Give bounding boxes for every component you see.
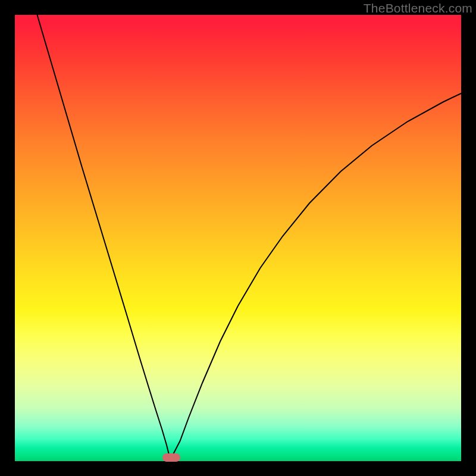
plot-area [15, 15, 461, 461]
chart-frame: TheBottleneck.com [0, 0, 476, 476]
bottleneck-curve [15, 15, 461, 461]
optimal-point-marker [162, 453, 180, 462]
watermark-text: TheBottleneck.com [364, 1, 472, 15]
